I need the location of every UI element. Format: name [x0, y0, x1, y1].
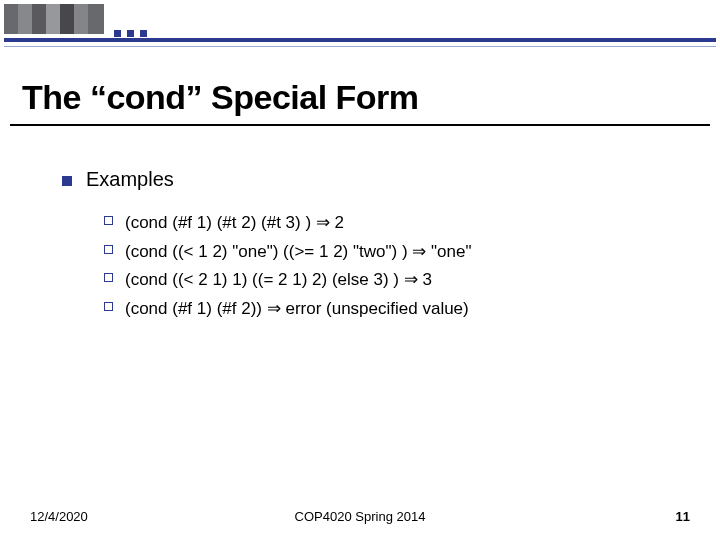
example-text: (cond ((< 2 1) 1) ((= 2 1) 2) (else 3) )…	[125, 268, 432, 293]
footer-date: 12/4/2020	[30, 509, 88, 524]
section-heading: Examples	[86, 168, 174, 191]
bullet-hollow-icon	[104, 273, 113, 282]
example-text: (cond ((< 1 2) "one") ((>= 1 2) "two") )…	[125, 240, 471, 265]
list-item: (cond ((< 1 2) "one") ((>= 1 2) "two") )…	[104, 240, 690, 265]
bullet-hollow-icon	[104, 302, 113, 311]
slide-body: Examples (cond (#f 1) (#t 2) (#t 3) ) ⇒ …	[62, 168, 690, 326]
header-dots	[114, 30, 147, 37]
bullet-square-icon	[62, 176, 72, 186]
list-item: (cond (#f 1) (#t 2) (#t 3) ) ⇒ 2	[104, 211, 690, 236]
section-heading-row: Examples	[62, 168, 690, 191]
top-decoration	[4, 4, 716, 34]
footer: 12/4/2020 COP4020 Spring 2014 11	[0, 509, 720, 524]
header-rule-thin	[4, 46, 716, 47]
example-list: (cond (#f 1) (#t 2) (#t 3) ) ⇒ 2 (cond (…	[104, 211, 690, 322]
footer-page-number: 11	[676, 509, 690, 524]
list-item: (cond (#f 1) (#f 2)) ⇒ error (unspecifie…	[104, 297, 690, 322]
slide-title: The “cond” Special Form	[22, 78, 419, 117]
footer-course: COP4020 Spring 2014	[295, 509, 426, 524]
example-text: (cond (#f 1) (#f 2)) ⇒ error (unspecifie…	[125, 297, 469, 322]
slide: The “cond” Special Form Examples (cond (…	[0, 0, 720, 540]
list-item: (cond ((< 2 1) 1) ((= 2 1) 2) (else 3) )…	[104, 268, 690, 293]
header-rule-thick	[4, 38, 716, 42]
header-image	[4, 4, 104, 34]
example-text: (cond (#f 1) (#t 2) (#t 3) ) ⇒ 2	[125, 211, 344, 236]
bullet-hollow-icon	[104, 245, 113, 254]
title-underline	[10, 124, 710, 126]
bullet-hollow-icon	[104, 216, 113, 225]
